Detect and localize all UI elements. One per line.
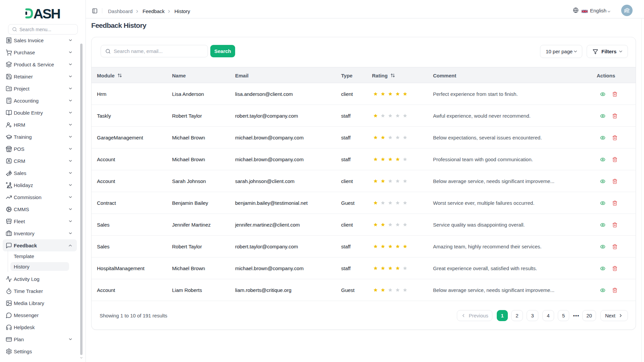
svg-text:ASH: ASH [34, 6, 60, 20]
